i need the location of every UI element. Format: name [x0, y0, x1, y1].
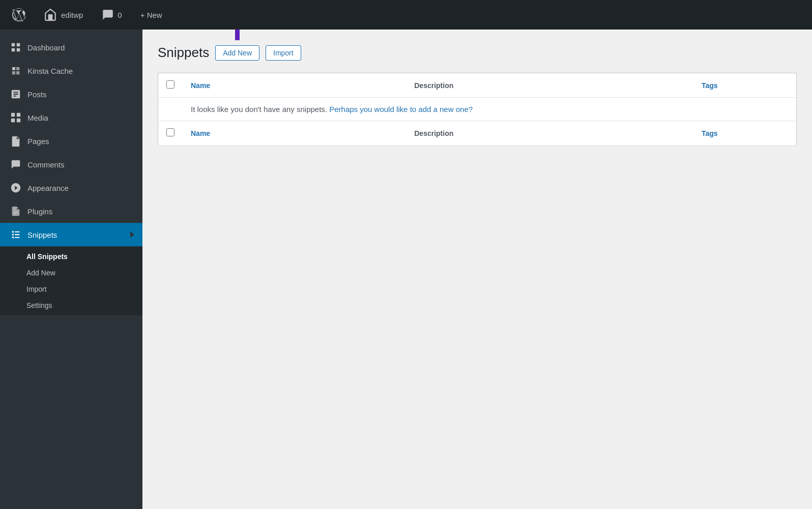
sidebar: Dashboard K Kinsta Cache Posts Media	[0, 30, 142, 509]
add-new-link[interactable]: Perhaps you would like to add a new one?	[329, 105, 473, 114]
submenu-settings[interactable]: Settings	[0, 297, 142, 314]
admin-bar-new[interactable]: + New	[136, 9, 166, 21]
sidebar-item-dashboard[interactable]: Dashboard	[0, 36, 142, 59]
svg-rect-9	[14, 212, 17, 212]
svg-rect-6	[17, 113, 20, 117]
submenu-all-snippets[interactable]: All Snippets	[0, 248, 142, 265]
empty-state-row: It looks like you don't have any snippet…	[158, 98, 797, 121]
page-title-row: Snippets Add New Import	[158, 45, 797, 61]
arrow-shaft	[235, 30, 240, 40]
th-checkbox	[158, 73, 183, 98]
svg-rect-2	[12, 48, 15, 51]
content-area: Snippets Add New Import Name	[142, 30, 812, 509]
sidebar-label-kinsta: Kinsta Cache	[27, 66, 73, 76]
comments-count: 0	[118, 11, 122, 19]
admin-bar: editwp 0 + New	[0, 0, 812, 30]
active-chevron	[130, 232, 134, 238]
select-all-bottom-checkbox[interactable]	[166, 128, 175, 136]
table-footer-row: Name Description Tags	[158, 121, 797, 146]
svg-rect-8	[17, 119, 20, 122]
sidebar-label-pages: Pages	[27, 136, 49, 147]
new-label: + New	[140, 11, 162, 19]
submenu-import[interactable]: Import	[0, 281, 142, 297]
import-button[interactable]: Import	[266, 45, 301, 61]
wp-logo[interactable]	[8, 6, 30, 23]
th-description: Description	[406, 73, 693, 98]
empty-message-cell: It looks like you don't have any snippet…	[183, 98, 797, 121]
page-title: Snippets	[158, 45, 209, 61]
sidebar-label-dashboard: Dashboard	[27, 42, 65, 53]
tf-name[interactable]: Name	[183, 121, 406, 146]
admin-bar-comments[interactable]: 0	[97, 6, 126, 23]
sidebar-item-comments[interactable]: Comments	[0, 153, 142, 176]
svg-text:K: K	[13, 67, 16, 70]
sidebar-label-media: Media	[27, 112, 48, 123]
sidebar-item-pages[interactable]: Pages	[0, 129, 142, 153]
svg-rect-7	[11, 119, 15, 122]
empty-cb-cell	[158, 98, 183, 121]
sidebar-item-posts[interactable]: Posts	[0, 82, 142, 106]
empty-message-text: It looks like you don't have any snippet…	[191, 105, 327, 114]
svg-rect-3	[17, 48, 20, 51]
add-new-button[interactable]: Add New	[215, 45, 259, 61]
main-layout: Dashboard K Kinsta Cache Posts Media	[0, 30, 812, 509]
svg-point-13	[12, 237, 14, 239]
arrow-annotation	[231, 30, 244, 40]
svg-rect-10	[14, 213, 16, 214]
sidebar-label-snippets: Snippets	[27, 230, 57, 240]
tf-checkbox	[158, 121, 183, 146]
select-all-checkbox[interactable]	[166, 80, 175, 89]
sidebar-label-plugins: Plugins	[27, 206, 52, 217]
svg-rect-0	[12, 43, 15, 46]
svg-rect-1	[17, 43, 20, 46]
sidebar-item-appearance[interactable]: Appearance	[0, 176, 142, 200]
svg-rect-5	[11, 113, 15, 117]
snippets-submenu: All Snippets Add New Import Settings	[0, 246, 142, 316]
tf-tags[interactable]: Tags	[693, 121, 797, 146]
table-header-row: Name Description Tags	[158, 73, 797, 98]
sidebar-item-media[interactable]: Media	[0, 106, 142, 129]
th-tags[interactable]: Tags	[693, 73, 797, 98]
snippets-table: Name Description Tags It looks like you …	[158, 73, 797, 146]
svg-point-11	[12, 231, 14, 233]
svg-point-12	[12, 234, 14, 236]
sidebar-item-kinsta-cache[interactable]: K Kinsta Cache	[0, 59, 142, 82]
submenu-add-new[interactable]: Add New	[0, 265, 142, 281]
sidebar-label-posts: Posts	[27, 89, 47, 100]
sidebar-label-comments: Comments	[27, 159, 65, 170]
sidebar-label-appearance: Appearance	[27, 183, 69, 193]
th-name[interactable]: Name	[183, 73, 406, 98]
tf-description: Description	[406, 121, 693, 146]
sidebar-item-snippets[interactable]: Snippets	[0, 223, 142, 246]
site-name: editwp	[61, 11, 83, 19]
admin-bar-site[interactable]: editwp	[40, 6, 87, 23]
sidebar-item-plugins[interactable]: Plugins	[0, 200, 142, 223]
